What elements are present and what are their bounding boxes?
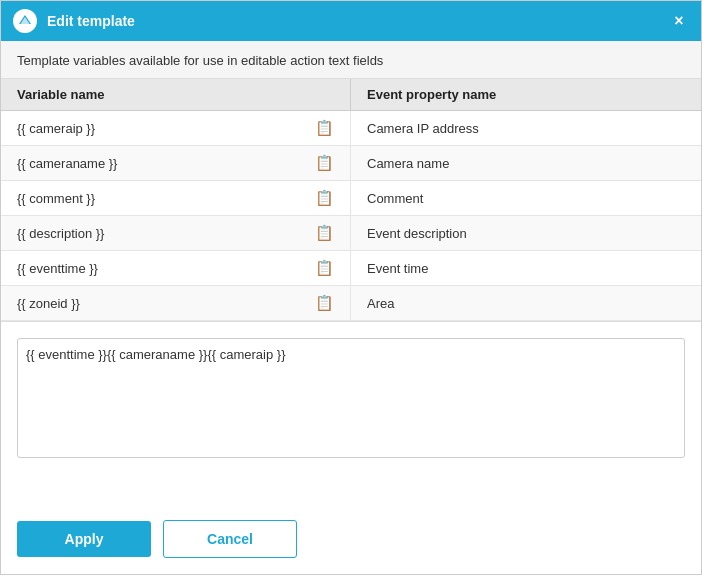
variable-name: {{ cameraip }}: [17, 121, 307, 136]
table-row: {{ cameraip }} 📋 Camera IP address: [1, 111, 701, 146]
variable-name: {{ eventtime }}: [17, 261, 307, 276]
event-property-name: Area: [367, 296, 394, 311]
variable-cell: {{ zoneid }} 📋: [1, 286, 351, 320]
event-property-name: Event time: [367, 261, 428, 276]
variable-cell: {{ comment }} 📋: [1, 181, 351, 215]
table-row: {{ description }} 📋 Event description: [1, 216, 701, 251]
template-text-area-container: [1, 322, 701, 508]
event-cell: Camera IP address: [351, 111, 701, 145]
header-variable: Variable name: [1, 79, 351, 110]
cancel-button[interactable]: Cancel: [163, 520, 297, 558]
template-textarea[interactable]: [17, 338, 685, 458]
header-event: Event property name: [351, 79, 701, 110]
variable-cell: {{ description }} 📋: [1, 216, 351, 250]
table-row: {{ comment }} 📋 Comment: [1, 181, 701, 216]
event-property-name: Camera IP address: [367, 121, 479, 136]
dialog-title: Edit template: [47, 13, 659, 29]
app-logo: [13, 9, 37, 33]
copy-icon[interactable]: 📋: [315, 259, 334, 277]
copy-icon[interactable]: 📋: [315, 154, 334, 172]
variable-cell: {{ cameraip }} 📋: [1, 111, 351, 145]
table-row: {{ eventtime }} 📋 Event time: [1, 251, 701, 286]
event-cell: Event description: [351, 216, 701, 250]
copy-icon[interactable]: 📋: [315, 294, 334, 312]
event-property-name: Event description: [367, 226, 467, 241]
title-bar: Edit template ×: [1, 1, 701, 41]
button-row: Apply Cancel: [1, 508, 701, 574]
edit-template-dialog: Edit template × Template variables avail…: [0, 0, 702, 575]
close-button[interactable]: ×: [669, 11, 689, 31]
variable-name: {{ cameraname }}: [17, 156, 307, 171]
apply-button[interactable]: Apply: [17, 521, 151, 557]
variables-table: Variable name Event property name {{ cam…: [1, 78, 701, 322]
table-body: {{ cameraip }} 📋 Camera IP address {{ ca…: [1, 111, 701, 321]
copy-icon[interactable]: 📋: [315, 224, 334, 242]
variable-name: {{ description }}: [17, 226, 307, 241]
event-property-name: Camera name: [367, 156, 449, 171]
copy-icon[interactable]: 📋: [315, 119, 334, 137]
variable-cell: {{ eventtime }} 📋: [1, 251, 351, 285]
copy-icon[interactable]: 📋: [315, 189, 334, 207]
table-row: {{ cameraname }} 📋 Camera name: [1, 146, 701, 181]
event-cell: Event time: [351, 251, 701, 285]
event-cell: Camera name: [351, 146, 701, 180]
event-cell: Comment: [351, 181, 701, 215]
event-cell: Area: [351, 286, 701, 320]
table-row: {{ zoneid }} 📋 Area: [1, 286, 701, 321]
variable-cell: {{ cameraname }} 📋: [1, 146, 351, 180]
dialog-subtitle: Template variables available for use in …: [1, 41, 701, 78]
table-header: Variable name Event property name: [1, 79, 701, 111]
event-property-name: Comment: [367, 191, 423, 206]
variable-name: {{ comment }}: [17, 191, 307, 206]
variable-name: {{ zoneid }}: [17, 296, 307, 311]
